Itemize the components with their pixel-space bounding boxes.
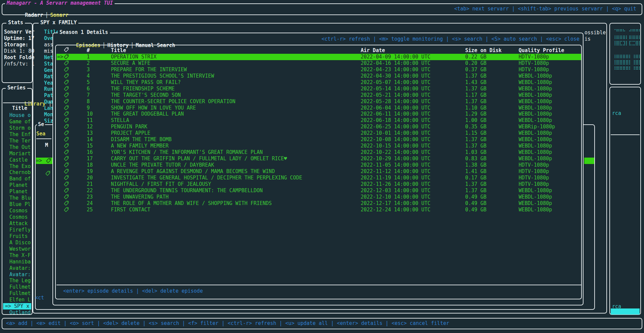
series-list-item[interactable]: Elfen L bbox=[3, 297, 31, 303]
series-list-item[interactable]: Storm o bbox=[3, 125, 31, 131]
series-list-item[interactable]: Hanniba bbox=[3, 259, 31, 265]
series-list-item[interactable]: The Blu bbox=[3, 195, 31, 201]
tab-sonarr[interactable]: Sonarr bbox=[50, 12, 68, 18]
episode-row[interactable]: 11STELLA2022-06-18 14:00:00 UTC1.00 GBWE… bbox=[56, 117, 581, 124]
series-list-item[interactable]: Avatar: bbox=[3, 272, 31, 278]
stats-line: Uptime: 17 bbox=[4, 35, 34, 42]
episode-size: 0.20 GB bbox=[465, 60, 486, 67]
seasons-tab-fragment[interactable]: Sea bbox=[36, 131, 45, 137]
episode-quality: WEBDL-1080p bbox=[519, 105, 552, 111]
series-list-item[interactable]: Band of bbox=[3, 176, 31, 182]
episode-quality: WEBDL-1080p bbox=[519, 79, 552, 86]
series-list-item[interactable]: Blue Pl bbox=[3, 201, 31, 208]
episode-title: THE GREAT DODGEBALL PLAN bbox=[111, 111, 184, 117]
series-list-item[interactable]: The Ter bbox=[3, 138, 31, 144]
ascii-art-line: ⢸⣿⣏⣹⡇⣏⣉⣿⡇ bbox=[613, 40, 642, 46]
episode-row[interactable]: 12PENGUIN PARK2022-06-25 14:00:00 UTC0.3… bbox=[56, 124, 581, 130]
episodes-footer-divider bbox=[56, 285, 581, 285]
series-list-item[interactable]: Westwor bbox=[3, 246, 31, 252]
series-panel-title: Series bbox=[6, 85, 27, 91]
series-list-item[interactable]: Cosmos bbox=[3, 208, 31, 214]
episode-row[interactable]: 18UNCLE THE PRIVATE TUTOR / DAYBREAK2022… bbox=[56, 162, 581, 168]
series-list-item[interactable]: Avatar: bbox=[3, 265, 31, 272]
episode-airdate: 2022-10-15 14:00:00 UTC bbox=[361, 143, 431, 149]
episode-size: 1.38 GB bbox=[465, 162, 486, 168]
episode-row[interactable]: 14DISARM THE TIME BOMB2022-10-08 14:00:0… bbox=[56, 136, 581, 143]
seasons-selected-row-fragment[interactable]: => bbox=[36, 158, 52, 164]
series-list-item[interactable]: Fullmet bbox=[3, 284, 31, 290]
episode-row[interactable]: 4THE PRESTIGIOUS SCHOOL'S INTERVIEW2022-… bbox=[56, 73, 581, 79]
stats-panel: Stats Sonarr VerUptime: 17Storage:Disk 1… bbox=[2, 23, 33, 83]
episode-row[interactable]: 25FIRST CONTACT2022-12-24 14:00:00 UTC0.… bbox=[56, 207, 581, 213]
episode-size: 0.37 GB bbox=[465, 67, 486, 73]
tab-separator: │ bbox=[43, 12, 50, 18]
series-list-item[interactable]: Castle bbox=[3, 157, 31, 163]
episode-number: 24 bbox=[87, 200, 93, 207]
series-list-item[interactable]: Firefly bbox=[3, 227, 31, 233]
column-header-number: # bbox=[87, 47, 90, 54]
series-list-item[interactable]: The Exo bbox=[3, 163, 31, 170]
series-list-item[interactable]: House o bbox=[3, 112, 31, 119]
episode-size: 0.49 GB bbox=[465, 200, 486, 207]
episode-row[interactable]: 17CARRY OUT THE GRIFFIN PLAN / FULLMETAL… bbox=[56, 156, 581, 162]
episode-number: 7 bbox=[87, 92, 90, 98]
episode-number: 5 bbox=[87, 79, 90, 86]
episode-number: 12 bbox=[87, 124, 93, 130]
series-list-item[interactable]: The Out bbox=[3, 144, 31, 151]
series-list-item[interactable]: Game of bbox=[3, 119, 31, 125]
episode-row[interactable]: 2SECURE A WIFE2022-04-16 14:00:00 UTC0.2… bbox=[56, 60, 581, 67]
right-list-item-1[interactable]: rca bbox=[612, 110, 621, 117]
episode-row[interactable]: 24THE ROLE OF A MOTHER AND WIFE / SHOPPI… bbox=[56, 200, 581, 207]
season-details-help: <ctrl-r> refresh | <m> toggle monitoring… bbox=[321, 36, 579, 42]
episode-row[interactable]: 19A REVENGE PLOT AGAINST DESMOND / MAMA … bbox=[56, 168, 581, 175]
series-list-item[interactable]: A Disco bbox=[3, 240, 31, 246]
series-list-item[interactable]: The Leg bbox=[3, 278, 31, 284]
series-list-item[interactable]: Cosmos bbox=[3, 214, 31, 220]
series-list-item[interactable]: Fruits bbox=[3, 233, 31, 240]
tab-radarr[interactable]: Radarr bbox=[25, 12, 43, 18]
series-list-item[interactable]: Moriart bbox=[3, 151, 31, 157]
episode-row[interactable]: 21NIGHTFALL / FIRST FIT OF JEALOUSY2022-… bbox=[56, 181, 581, 188]
series-list-item[interactable]: Outland bbox=[3, 309, 31, 316]
episode-row[interactable]: 5WILL THEY PASS OR FAIL?2022-05-07 14:00… bbox=[56, 79, 581, 86]
episode-row[interactable]: 8THE COUNTER-SECRET POLICE COVER OPERATI… bbox=[56, 98, 581, 105]
episode-quality: WEBDL-1080p bbox=[519, 86, 552, 92]
episode-size: 1.37 GB bbox=[465, 188, 486, 194]
column-header-quality: Quality Profile bbox=[519, 47, 564, 54]
episode-size: 1.00 GB bbox=[465, 117, 486, 124]
seasons-selected-row-right-fragment bbox=[584, 158, 594, 164]
episode-row[interactable]: 22THE UNDERGROUND TENNIS TOURNAMENT: THE… bbox=[56, 188, 581, 194]
episode-title: SHOW OFF HOW IN LOVE YOU ARE bbox=[111, 105, 196, 111]
episodes-table: # Title Air Date Size on Disk Quality Pr… bbox=[55, 45, 582, 299]
episode-row[interactable]: 15A NEW FAMILY MEMBER2022-10-15 14:00:00… bbox=[56, 143, 581, 149]
episode-airdate: 2022-10-22 14:00:00 UTC bbox=[361, 149, 431, 156]
episode-row[interactable]: 20INVESTIGATE THE GENERAL HOSPITAL / DEC… bbox=[56, 175, 581, 181]
episode-row[interactable]: 10THE GREAT DODGEBALL PLAN2022-06-11 14:… bbox=[56, 111, 581, 117]
series-column-header: Title bbox=[12, 105, 27, 112]
episode-row[interactable]: 23THE UNWAVERING PATH2022-12-10 14:00:00… bbox=[56, 194, 581, 200]
seasons-selected-prefix: => bbox=[36, 158, 42, 164]
episode-row[interactable]: 16YOR'S KITCHEN / THE INFORMANT'S GREAT … bbox=[56, 149, 581, 156]
series-list-item[interactable]: The Enf bbox=[3, 131, 31, 138]
episode-quality: WEBDL-1080p bbox=[519, 143, 552, 149]
series-list-item[interactable]: Planet bbox=[3, 182, 31, 189]
monitored-tag-icon bbox=[64, 207, 69, 214]
episode-row[interactable]: 3PREPARE FOR THE INTERVIEW2022-04-23 14:… bbox=[56, 67, 581, 73]
series-list-item[interactable]: Attack bbox=[3, 220, 31, 227]
column-header-title: Title bbox=[111, 47, 126, 54]
series-list-item[interactable]: The X-F bbox=[3, 252, 31, 259]
episode-row[interactable]: 7THE TARGET'S SECOND SON2022-05-21 14:00… bbox=[56, 92, 581, 98]
episode-row-selected[interactable]: => 1OPERATION STRIX2022-04-09 14:00:00 U… bbox=[56, 54, 581, 60]
column-header-airdate: Air Date bbox=[361, 47, 385, 54]
episode-row[interactable]: 6THE FRIENDSHIP SCHEME2022-05-14 14:00:0… bbox=[56, 86, 581, 92]
episode-quality: WEBDL-1080p bbox=[519, 98, 552, 105]
episode-row[interactable]: 13PROJECT APPLE2022-10-01 14:00:00 UTC1.… bbox=[56, 130, 581, 136]
series-list-item-selected[interactable]: => SPY x F bbox=[3, 303, 31, 309]
series-list-item[interactable]: Fullmet bbox=[3, 290, 31, 297]
series-list-item[interactable]: Planet bbox=[3, 189, 31, 195]
episode-row[interactable]: 9SHOW OFF HOW IN LOVE YOU ARE2022-06-04 … bbox=[56, 105, 581, 111]
series-list-item[interactable]: Chernob bbox=[3, 169, 31, 176]
episode-number: 19 bbox=[87, 168, 93, 175]
right-selected-item-bar[interactable] bbox=[611, 308, 640, 315]
ascii-art-line: ⢰⣶⣶⣶⡆⣶⣶⣶⡆ bbox=[613, 33, 642, 40]
